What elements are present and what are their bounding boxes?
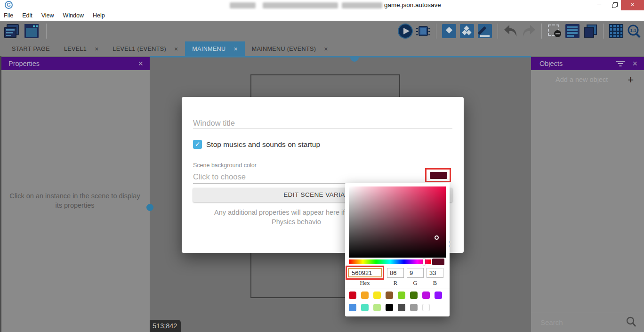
menu-window[interactable]: Window: [63, 12, 89, 19]
red-input[interactable]: [387, 268, 404, 278]
project-manager-icon[interactable]: [4, 23, 20, 39]
undo-icon[interactable]: [503, 23, 519, 39]
preset-swatch[interactable]: [410, 292, 418, 299]
preset-swatch[interactable]: [386, 304, 393, 311]
toolbar-separator: [498, 24, 498, 39]
properties-panel: Properties × Click on an instance in the…: [0, 57, 150, 332]
panel-divider-horizontal[interactable]: [150, 56, 531, 57]
mask-icon[interactable]: [547, 23, 563, 39]
tab-start-page[interactable]: START PAGE: [5, 41, 57, 56]
hue-slider-handle[interactable]: [423, 259, 425, 265]
preview-icon[interactable]: [397, 23, 413, 39]
tab-close-icon[interactable]: ×: [324, 45, 328, 53]
filter-icon[interactable]: [616, 61, 625, 66]
render-view-icon[interactable]: [441, 23, 457, 39]
window-title-text: game.json.autosave: [384, 1, 441, 8]
redo-icon[interactable]: [521, 23, 537, 39]
hue-slider-bar[interactable]: [349, 259, 431, 264]
preset-swatches-row1: [349, 292, 442, 299]
g-label: G: [407, 280, 424, 287]
stop-music-checkbox[interactable]: ✓: [193, 140, 202, 149]
menu-bar: FileEditViewWindowHelp: [0, 10, 644, 21]
instances-list-icon[interactable]: [564, 23, 580, 39]
preset-swatch[interactable]: [422, 292, 430, 299]
b-label: B: [427, 280, 443, 287]
search-input[interactable]: [540, 316, 620, 328]
toolbar: 1:1: [0, 21, 644, 41]
tab-level1-events[interactable]: LEVEL1 (EVENTS)×: [105, 41, 185, 56]
tab-bar: START PAGELEVEL1×LEVEL1 (EVENTS)×MAINMEN…: [0, 41, 644, 56]
objects-panel-header: Objects ×: [531, 57, 644, 70]
background-color-field[interactable]: Click to choose: [193, 172, 246, 181]
panel-drag-handle[interactable]: [146, 204, 153, 211]
green-input[interactable]: [407, 268, 424, 278]
tab-label: LEVEL1: [64, 46, 87, 52]
preset-swatch[interactable]: [349, 292, 356, 299]
layers-icon[interactable]: [582, 23, 598, 39]
redacted-path-blob: [230, 2, 256, 8]
saturation-pointer[interactable]: [435, 235, 439, 240]
tab-close-icon[interactable]: ×: [174, 45, 178, 53]
tab-close-icon[interactable]: ×: [95, 45, 98, 53]
tab-level1[interactable]: LEVEL1×: [57, 41, 105, 56]
helper-text-line2: Physics behavio: [272, 218, 321, 226]
click-annotation-rectangle: [425, 168, 451, 182]
close-window-button[interactable]: ×: [621, 0, 644, 10]
preset-swatch[interactable]: [435, 292, 442, 299]
grid-icon[interactable]: [608, 23, 624, 39]
objects-view-icon[interactable]: [459, 23, 475, 39]
svg-text:1:1: 1:1: [630, 28, 636, 33]
menu-edit[interactable]: Edit: [22, 12, 38, 19]
stop-music-label: Stop musics and sounds on startup: [206, 140, 320, 149]
add-object-label: Add a new object: [555, 76, 608, 83]
blue-input[interactable]: [427, 268, 443, 278]
menu-help[interactable]: Help: [93, 12, 110, 19]
toolbar-separator: [436, 24, 436, 39]
minimize-button[interactable]: –: [592, 0, 606, 10]
tab-label: LEVEL1 (EVENTS): [113, 46, 166, 52]
preset-swatch[interactable]: [422, 304, 430, 311]
hex-input[interactable]: [348, 268, 382, 277]
debug-icon[interactable]: [415, 23, 431, 39]
properties-panel-header: Properties ×: [0, 57, 150, 70]
saturation-value-area[interactable]: [349, 186, 446, 258]
click-annotation-rectangle: [346, 266, 384, 280]
preset-swatch[interactable]: [373, 292, 381, 299]
close-icon[interactable]: ×: [632, 59, 637, 69]
add-icon[interactable]: +: [628, 74, 634, 86]
tab-label: MAINMENU (EVENTS): [252, 46, 316, 52]
preset-swatch[interactable]: [361, 304, 369, 311]
preset-swatch[interactable]: [410, 304, 418, 311]
field-underline: [193, 129, 452, 129]
tab-mainmenu-events[interactable]: MAINMENU (EVENTS)×: [245, 41, 335, 56]
tab-mainmenu[interactable]: MAINMENU×: [185, 41, 244, 56]
properties-empty-message: Click on an instance in the scene to dis…: [9, 191, 140, 210]
toolbar-separator: [46, 24, 47, 39]
preset-swatch[interactable]: [398, 304, 405, 311]
zoom-original-icon[interactable]: 1:1: [626, 23, 642, 39]
preset-swatch[interactable]: [361, 292, 369, 299]
tab-label: MAINMENU: [192, 46, 225, 52]
scene-background-color-swatch[interactable]: [430, 172, 447, 179]
preset-swatch[interactable]: [386, 292, 393, 299]
preset-swatches-row2: [349, 304, 430, 311]
redacted-path-blob: [342, 2, 382, 8]
edit-mode-icon[interactable]: [477, 23, 493, 39]
preset-swatch[interactable]: [373, 304, 381, 311]
menu-file[interactable]: File: [4, 12, 18, 19]
properties-panel-title: Properties: [8, 60, 138, 67]
background-color-label: Scene background color: [193, 162, 257, 169]
close-icon[interactable]: ×: [138, 59, 143, 69]
tab-close-icon[interactable]: ×: [233, 45, 237, 53]
menu-view[interactable]: View: [41, 12, 59, 19]
helper-text-line1: Any additional properties will appear he…: [214, 209, 354, 216]
objects-panel: Objects × Add a new object +: [531, 57, 644, 332]
restore-button[interactable]: [608, 0, 622, 10]
start-page-icon[interactable]: [24, 23, 40, 39]
add-object-row: Add a new object +: [531, 70, 644, 90]
search-row: [531, 312, 644, 332]
preset-swatch[interactable]: [349, 304, 356, 311]
redacted-path-blob: [263, 2, 338, 8]
preset-swatch[interactable]: [398, 292, 405, 299]
window-title-field[interactable]: Window title: [193, 119, 235, 128]
